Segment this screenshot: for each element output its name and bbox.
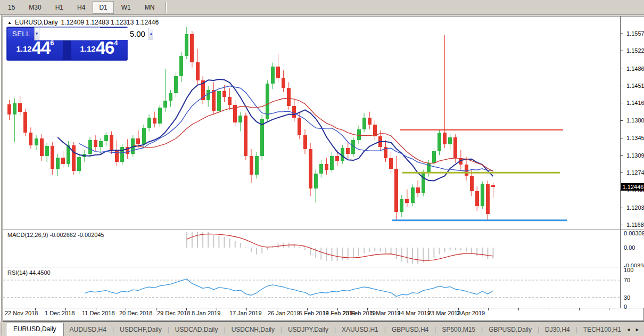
chart-tab-sp500-m15[interactable]: SP500,M15: [436, 324, 481, 336]
macd-label: MACD(12,26,9) -0.002662 -0.002045: [7, 232, 104, 238]
chart-plot[interactable]: [3, 17, 644, 322]
chart-window: ▲ EURUSD,Daily 1.12409 1.12483 1.12313 1…: [3, 16, 644, 322]
tabs: EURUSD,DailyAUDUSD,H4|USDCHF,Daily|USDCA…: [6, 323, 626, 336]
date-tick: [126, 308, 126, 310]
chart-tab-xauusd-h1[interactable]: XAUUSD,H1: [336, 324, 384, 336]
date-tick: [518, 308, 519, 310]
price-axis-label: 1.13090: [626, 152, 644, 159]
price-tick: [621, 138, 623, 138]
date-tick: [246, 308, 247, 310]
pane-separator[interactable]: [3, 267, 643, 268]
volume-increase-button[interactable]: ▲: [148, 28, 153, 40]
pane-separator[interactable]: [3, 308, 643, 308]
date-tick: [277, 308, 277, 310]
rsi-axis-label: 70: [624, 277, 630, 283]
timeframe-button-15[interactable]: 15: [2, 1, 21, 14]
date-axis-label: 5 Mar 2019: [371, 310, 401, 316]
chart-tab-tech100-h1[interactable]: TECH100,H1: [577, 324, 626, 336]
volume-input[interactable]: [39, 28, 148, 40]
price-axis-label: 1.11680: [626, 222, 644, 228]
tabbar-grip: [2, 324, 4, 335]
pane-separator[interactable]: [3, 230, 643, 231]
volume-decrease-button[interactable]: ▼: [35, 28, 39, 40]
tab-scroll-right-icon[interactable]: ►: [635, 327, 640, 332]
date-tick: [579, 308, 580, 310]
date-tick: [398, 308, 398, 310]
date-tick: [186, 308, 187, 310]
timeframe-button-w1[interactable]: W1: [115, 1, 137, 14]
chart-tab-audusd-h4[interactable]: AUDUSD,H4: [64, 324, 112, 336]
timeframe-toolbar: 15M30H1H4D1W1MN: [0, 0, 644, 15]
date-axis-label: 20 Dec 2018: [119, 310, 152, 316]
price-axis-label: 1.13800: [626, 117, 644, 124]
price-tick: [621, 155, 623, 156]
timeframe-button-h4[interactable]: H4: [71, 1, 92, 14]
price-tick: [621, 69, 623, 69]
date-tick: [337, 308, 338, 310]
tab-scroll-controls: ◄ ►: [626, 327, 644, 336]
price-tick: [621, 51, 623, 51]
price-scale[interactable]: 1.155701.152201.148601.145101.141601.138…: [621, 17, 644, 308]
toolbar-separator: [166, 2, 167, 13]
date-tick: [35, 308, 36, 310]
macd-axis-label: 0.00: [624, 244, 635, 251]
chart-tab-gbpusd-h4[interactable]: GBPUSD,H4: [386, 324, 434, 336]
sell-label: SELL: [12, 30, 30, 38]
date-tick: [307, 308, 308, 310]
price-axis-label: 1.15220: [626, 47, 644, 54]
collapse-triangle-icon[interactable]: ▲: [7, 20, 12, 25]
date-tick: [217, 308, 217, 310]
date-tick: [96, 308, 96, 310]
rsi-axis-label: 0: [624, 304, 627, 310]
chart-tab-eurusd-daily[interactable]: EURUSD,Daily: [6, 323, 64, 336]
chart-tab-dj30-h4[interactable]: DJ30,H4: [539, 324, 576, 336]
rsi-label: RSI(14) 44.4500: [7, 269, 51, 276]
timeframe-bar: 15M30H1H4D1W1MN: [1, 1, 161, 14]
chart-tab-usdcnh-daily[interactable]: USDCNH,Daily: [226, 324, 280, 336]
date-axis-label: 17 Jan 2019: [229, 310, 262, 316]
date-tick: [609, 308, 609, 310]
price-axis-label: 1.12030: [626, 204, 644, 211]
timeframe-button-mn[interactable]: MN: [138, 1, 161, 14]
date-tick: [549, 308, 549, 310]
date-axis-label: 22 Nov 2018: [5, 310, 38, 316]
chart-symbol-label: EURUSD,Daily: [15, 19, 58, 26]
date-tick: [367, 308, 368, 310]
timeframe-button-m30[interactable]: M30: [22, 1, 47, 14]
chart-tab-usdchf-daily[interactable]: USDCHF,Daily: [114, 324, 168, 336]
price-tick: [621, 120, 623, 121]
price-axis-label: 1.12740: [626, 169, 644, 176]
pane-separator[interactable]: [3, 321, 643, 321]
sell-price: 1.12446: [7, 38, 63, 58]
price-axis-label: 1.14510: [626, 83, 644, 89]
price-tick: [621, 225, 623, 225]
price-tick: [621, 86, 623, 86]
timeframe-button-h1[interactable]: H1: [49, 1, 70, 14]
timeframe-button-d1[interactable]: D1: [93, 1, 113, 14]
macd-axis-label: 0.003095: [624, 230, 644, 236]
chart-tab-usdjpy-daily[interactable]: USDJPY,Daily: [282, 324, 334, 336]
date-tick: [65, 308, 66, 310]
chart-tab-usdcad-daily[interactable]: USDCAD,Daily: [169, 324, 224, 336]
price-axis-label: 1.15570: [626, 30, 644, 37]
plot-right-border: [620, 17, 621, 308]
date-axis-label: 23 Mar 2019: [428, 310, 461, 316]
date-tick: [428, 308, 428, 310]
price-axis-label: 1.14860: [626, 65, 644, 72]
date-axis-label: 11 Dec 2018: [82, 310, 115, 316]
price-tick: [621, 208, 623, 208]
rsi-axis-label: 30: [624, 294, 630, 301]
date-tick: [156, 308, 156, 310]
tab-scroll-left-icon[interactable]: ◄: [626, 327, 631, 332]
chart-tab-gbpusd-daily[interactable]: GBPUSD,Daily: [483, 324, 538, 336]
date-tick: [458, 308, 459, 310]
date-axis-label: 1 Dec 2018: [45, 310, 75, 316]
price-tick: [621, 103, 623, 103]
date-tick: [488, 308, 489, 310]
chart-ohlc-values: 1.12409 1.12483 1.12313 1.12446: [61, 19, 159, 26]
current-price-badge: 1.12446: [621, 183, 644, 191]
date-axis-label: 2 Apr 2019: [457, 310, 485, 316]
buy-price: 1.12464: [71, 38, 127, 58]
date-axis-label: 8 Jan 2019: [192, 310, 220, 316]
price-tick: [621, 34, 623, 34]
